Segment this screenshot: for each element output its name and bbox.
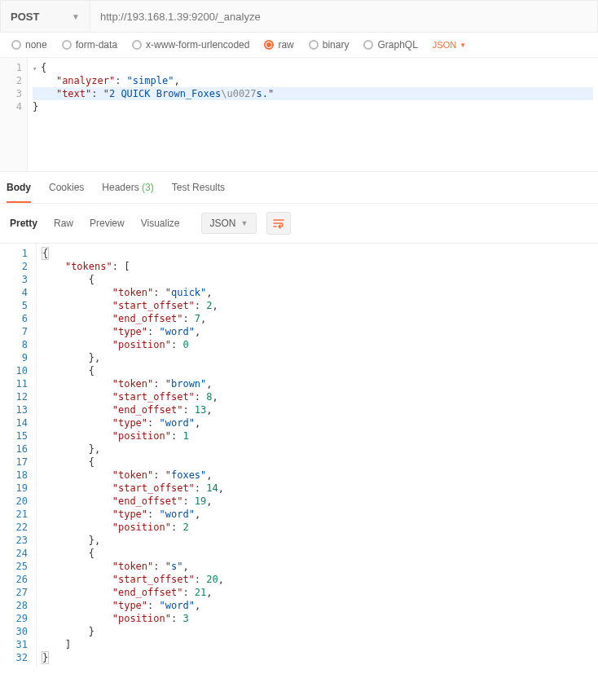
radio-icon [132,40,142,50]
chevron-down-icon: ▼ [241,219,248,227]
request-bar: POST ▼ http://193.168.1.39:9200/_analyze [0,0,598,33]
code-line[interactable]: "token": "brown", [42,377,593,390]
fold-icon[interactable]: ▾ [33,62,39,75]
url-input[interactable]: http://193.168.1.39:9200/_analyze [90,1,597,32]
body-type-binary[interactable]: binary [309,39,350,51]
wrap-icon [273,218,284,229]
code-line[interactable]: "text": "2 QUICK Brown_Foxes\u0027s." [33,87,593,100]
method-label: POST [11,11,39,23]
tab-test-results[interactable]: Test Results [172,182,225,203]
code-line[interactable]: } [33,100,593,113]
code-line[interactable]: { [42,456,593,469]
response-body-editor[interactable]: 1234567891011121314151617181920212223242… [0,243,598,667]
code-line[interactable]: "type": "word", [42,325,593,338]
code-line[interactable]: { [42,364,593,377]
code-line[interactable]: "token": "foxes", [42,469,593,482]
radio-label: form-data [76,39,117,51]
view-bar: PrettyRawPreviewVisualize JSON ▼ [0,204,598,243]
code-line[interactable]: "position": 0 [42,338,593,351]
code-line[interactable]: { [42,247,593,260]
response-tabs: BodyCookiesHeaders (3)Test Results [0,172,598,204]
format-label: JSON [210,218,236,229]
view-mode-raw[interactable]: Raw [54,218,73,229]
raw-format-label: JSON [433,40,456,50]
code-line[interactable]: "type": "word", [42,599,593,612]
code-line[interactable]: "analyzer": "simple", [33,74,593,87]
code-line[interactable]: "position": 1 [42,429,593,442]
code-line[interactable]: { [42,547,593,560]
code-line[interactable]: "end_offset": 7, [42,312,593,325]
code-line[interactable]: "start_offset": 2, [42,299,593,312]
code-line[interactable]: "end_offset": 21, [42,586,593,599]
radio-icon [11,40,21,50]
code-line[interactable]: "tokens": [ [42,260,593,273]
request-code[interactable]: ▾{ "analyzer": "simple", "text": "2 QUIC… [28,58,598,171]
view-modes: PrettyRawPreviewVisualize [10,218,180,229]
code-line[interactable]: "start_offset": 20, [42,573,593,586]
response-gutter: 1234567891011121314151617181920212223242… [0,244,36,667]
code-line[interactable]: } [42,651,593,664]
code-line[interactable]: ] [42,638,593,651]
method-select[interactable]: POST ▼ [1,1,90,32]
code-line[interactable]: "token": "quick", [42,286,593,299]
radio-label: binary [323,39,350,51]
tab-label: Body [7,182,31,193]
code-line[interactable]: { [42,273,593,286]
body-type-form-data[interactable]: form-data [62,39,117,51]
code-line[interactable]: "end_offset": 13, [42,403,593,416]
code-line[interactable]: "position": 3 [42,612,593,625]
tab-headers[interactable]: Headers (3) [102,182,153,203]
tab-cookies[interactable]: Cookies [49,182,84,203]
wrap-lines-button[interactable] [266,212,291,235]
code-line[interactable]: "start_offset": 8, [42,390,593,403]
tab-label: Cookies [49,182,84,193]
radio-label: GraphQL [377,39,417,51]
tab-body[interactable]: Body [7,182,31,203]
radio-label: none [25,39,47,51]
view-mode-visualize[interactable]: Visualize [141,218,180,229]
body-type-row: noneform-datax-www-form-urlencodedrawbin… [0,33,598,58]
code-line[interactable]: "end_offset": 19, [42,495,593,508]
code-line[interactable]: "position": 2 [42,521,593,534]
code-line[interactable]: ▾{ [33,61,593,74]
request-gutter: 1234 [0,58,28,171]
code-line[interactable]: "type": "word", [42,416,593,429]
radio-icon [62,40,72,50]
code-line[interactable]: }, [42,442,593,456]
code-line[interactable]: "start_offset": 14, [42,482,593,495]
body-type-GraphQL[interactable]: GraphQL [363,39,417,51]
code-line[interactable]: }, [42,351,593,364]
chevron-down-icon: ▼ [459,42,466,49]
request-body-editor[interactable]: 1234 ▾{ "analyzer": "simple", "text": "2… [0,58,598,172]
code-line[interactable]: "token": "s", [42,560,593,573]
radio-icon [309,40,319,50]
response-code[interactable]: { "tokens": [ { "token": "quick", "start… [36,244,598,667]
radio-icon [264,40,274,50]
view-mode-preview[interactable]: Preview [90,218,125,229]
url-text: http://193.168.1.39:9200/_analyze [100,11,261,23]
radio-label: x-www-form-urlencoded [146,39,249,51]
body-type-none[interactable]: none [11,39,47,51]
body-type-x-www-form-urlencoded[interactable]: x-www-form-urlencoded [132,39,249,51]
tab-label: Headers [102,182,139,193]
tab-count: (3) [142,182,154,193]
view-mode-pretty[interactable]: Pretty [10,218,37,229]
radio-icon [363,40,373,50]
raw-format-select[interactable]: JSON▼ [433,40,466,50]
radio-label: raw [278,39,293,51]
code-line[interactable]: }, [42,534,593,547]
code-line[interactable]: "type": "word", [42,508,593,521]
code-line[interactable]: } [42,625,593,638]
tab-label: Test Results [172,182,225,193]
body-type-raw[interactable]: raw [264,39,293,51]
chevron-down-icon: ▼ [72,12,80,21]
format-select[interactable]: JSON ▼ [201,213,257,234]
